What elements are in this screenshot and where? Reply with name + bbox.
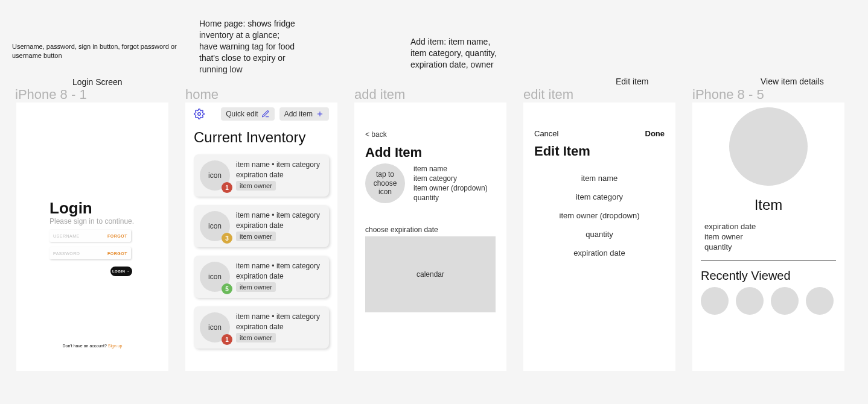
cancel-button[interactable]: Cancel — [534, 129, 558, 138]
recently-viewed-row — [701, 287, 834, 315]
item-image — [729, 107, 808, 186]
icon-label: icon — [208, 273, 222, 281]
item-title: Item — [692, 197, 844, 213]
frame-home: Quick edit Add item Current Inventory ic… — [185, 103, 337, 371]
edit-field[interactable]: item name — [581, 174, 618, 183]
no-account-label: Don't have an account? — [62, 344, 107, 348]
inventory-card[interactable]: icon 1 item name • item category expirat… — [194, 154, 329, 197]
frame-name-5: iPhone 8 - 5 — [692, 87, 764, 103]
add-item-button[interactable]: Add item — [279, 107, 329, 121]
add-field[interactable]: item category — [413, 174, 488, 183]
forgot-username-link[interactable]: FORGOT — [107, 234, 127, 238]
password-placeholder: PASSWORD — [53, 251, 80, 256]
edit-heading: Edit Item — [534, 144, 590, 159]
username-input[interactable]: USERNAME FORGOT — [49, 230, 131, 242]
item-title-line: item name • item category — [236, 312, 320, 321]
quantity-badge: 3 — [222, 233, 232, 244]
annotation-view: View item details — [761, 76, 824, 87]
add-heading: Add Item — [365, 145, 422, 160]
edit-icon — [261, 110, 270, 118]
icon-label: icon — [208, 222, 222, 230]
inventory-item-icon: icon 5 — [200, 262, 230, 292]
forgot-password-link[interactable]: FORGOT — [107, 251, 127, 256]
inventory-card[interactable]: icon 5 item name • item category expirat… — [194, 256, 329, 298]
annotation-home: Home page: shows fridge inventory at a g… — [199, 18, 296, 75]
add-item-label: Add item — [284, 110, 313, 118]
username-placeholder: USERNAME — [53, 234, 80, 238]
inventory-card[interactable]: icon 3 item name • item category expirat… — [194, 205, 329, 247]
frame-edit-item: Cancel Done Edit Item item nameitem cate… — [523, 103, 675, 371]
frame-login: Login Please sign in to continue. USERNA… — [16, 103, 168, 371]
edit-fields: item nameitem categoryitem owner (dropdo… — [534, 174, 665, 257]
frame-name-3: add item — [354, 87, 405, 103]
gear-icon[interactable] — [194, 109, 205, 119]
inventory-card[interactable]: icon 1 item name • item category expirat… — [194, 306, 329, 349]
recent-item[interactable] — [701, 287, 729, 315]
add-field[interactable]: item owner (dropdown) — [413, 184, 488, 192]
edit-field[interactable]: item category — [576, 192, 623, 201]
view-field: expiration date — [704, 222, 756, 231]
login-button[interactable]: LOGIN → — [110, 267, 132, 276]
add-field[interactable]: item name — [413, 165, 488, 173]
svg-point-0 — [198, 113, 201, 116]
item-owner-chip: item owner — [236, 232, 276, 241]
item-title-line: item name • item category — [236, 160, 320, 169]
inventory-item-icon: icon 3 — [200, 211, 230, 241]
plus-icon — [316, 110, 324, 118]
signup-link[interactable]: Sign up — [108, 344, 123, 348]
annotation-login: Username, password, sign in button, forg… — [12, 42, 193, 60]
quantity-badge: 1 — [222, 182, 232, 193]
add-field[interactable]: quantity — [413, 194, 488, 202]
view-field: item owner — [704, 232, 756, 241]
icon-label: icon — [208, 171, 222, 180]
item-expiration: expiration date — [236, 171, 320, 179]
frame-name-2: home — [185, 87, 219, 103]
divider — [701, 260, 836, 261]
quantity-badge: 5 — [222, 283, 232, 294]
item-expiration: expiration date — [236, 272, 320, 280]
edit-field[interactable]: quantity — [586, 230, 613, 239]
edit-field[interactable]: expiration date — [573, 248, 625, 257]
inventory-list: icon 1 item name • item category expirat… — [194, 154, 329, 349]
item-expiration: expiration date — [236, 221, 320, 230]
item-owner-chip: item owner — [236, 181, 276, 191]
quick-edit-button[interactable]: Quick edit — [221, 107, 274, 121]
label-login-screen: Login Screen — [72, 77, 123, 87]
recent-item[interactable] — [771, 287, 799, 315]
back-link[interactable]: < back — [365, 130, 387, 139]
item-owner-chip: item owner — [236, 282, 276, 292]
done-button[interactable]: Done — [645, 129, 665, 138]
calendar-label: choose expiration date — [365, 226, 438, 234]
frame-view-item: Item expiration dateitem ownerquantity R… — [692, 103, 844, 371]
inventory-heading: Current Inventory — [194, 129, 305, 146]
annotation-edit: Edit item — [616, 76, 648, 87]
item-title-line: item name • item category — [236, 211, 320, 219]
choose-icon-button[interactable]: tap to choose icon — [365, 163, 405, 203]
annotation-add: Add item: item name, item category, quan… — [410, 36, 501, 71]
edit-field[interactable]: item owner (dropdown) — [560, 211, 640, 220]
frame-name-1: iPhone 8 - 1 — [15, 87, 87, 103]
no-account-text: Don't have an account? Sign up — [16, 344, 168, 348]
item-title-line: item name • item category — [236, 262, 320, 270]
quick-edit-label: Quick edit — [226, 110, 258, 118]
quantity-badge: 1 — [222, 334, 232, 345]
frame-name-4: edit item — [523, 87, 573, 103]
inventory-item-icon: icon 1 — [200, 312, 230, 342]
view-field: quantity — [704, 242, 756, 251]
item-detail-fields: expiration dateitem ownerquantity — [704, 222, 756, 251]
recently-viewed-heading: Recently Viewed — [701, 269, 791, 283]
login-subheading: Please sign in to continue. — [49, 217, 134, 226]
recent-item[interactable] — [806, 287, 834, 315]
item-expiration: expiration date — [236, 323, 320, 331]
login-heading: Login — [49, 199, 92, 218]
recent-item[interactable] — [736, 287, 764, 315]
password-input[interactable]: PASSWORD FORGOT — [49, 247, 131, 259]
add-fields: item nameitem categoryitem owner (dropdo… — [413, 165, 488, 202]
inventory-item-icon: icon 1 — [200, 160, 230, 191]
calendar-widget[interactable]: calendar — [365, 236, 496, 312]
icon-label: icon — [208, 323, 222, 332]
item-owner-chip: item owner — [236, 333, 276, 342]
frame-add-item: < back Add Item tap to choose icon item … — [354, 103, 506, 371]
